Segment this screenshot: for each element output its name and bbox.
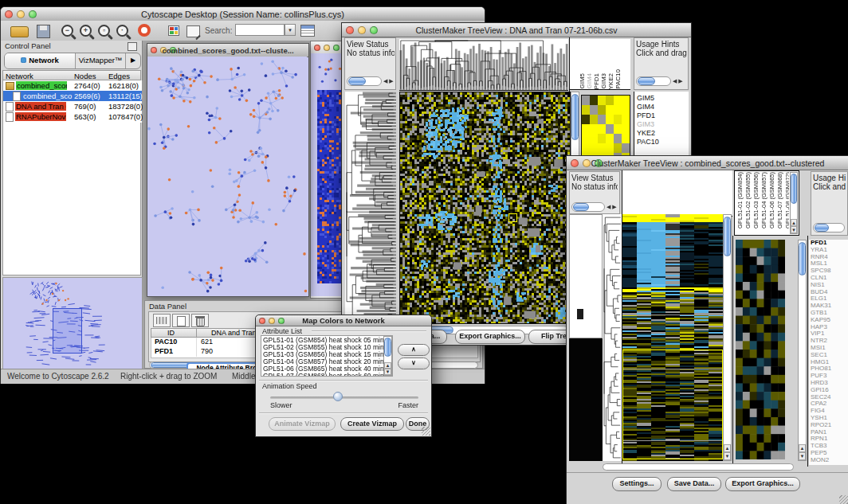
tv2-export-graphics-button[interactable]: Export Graphics... <box>725 477 800 491</box>
tv2-gene-label[interactable]: MON2 <box>811 457 848 464</box>
tv1-column-label[interactable]: GIM3 <box>600 73 607 89</box>
tv1-column-label[interactable]: GIM5 <box>579 73 586 89</box>
network-row[interactable]: combined_scores2764(0)16218(0) <box>3 80 142 91</box>
save-icon[interactable] <box>37 25 50 38</box>
search-dropdown-icon[interactable]: ▼ <box>285 24 296 36</box>
tv1-titlebar[interactable]: ClusterMaker TreeView : DNA and Tran 07-… <box>342 23 691 37</box>
frame1-titlebar[interactable]: combined_scores_good.txt--cluste... <box>147 44 308 57</box>
status-pan-hint: Middle- <box>232 372 258 381</box>
network-name[interactable]: DNA and Tran 07 <box>15 102 66 111</box>
zoom-selected-icon[interactable]: ▫ <box>98 25 110 37</box>
tv2-column-label[interactable]: GPL51-08 (GSM872) <box>784 172 789 229</box>
tv2-titlebar[interactable]: ClusterMaker TreeView : combined_scores_… <box>567 156 848 170</box>
tv2-collabels-vscrollbar[interactable]: ▲ ▼ <box>790 172 798 234</box>
scroll-left-right-arrows[interactable]: ◀ ▶ <box>607 204 617 210</box>
attribute-list-vscrollbar[interactable]: ▲ ▼ <box>383 336 392 376</box>
zoom-out-icon[interactable]: − <box>61 25 73 37</box>
tv2-zoom-heatmap[interactable] <box>736 240 785 459</box>
tv2-vscrollbar[interactable]: ▲ ▼ <box>723 214 732 461</box>
speed-slider-track[interactable] <box>270 397 418 399</box>
tab-vizmapper[interactable]: VizMapper™ <box>76 53 126 68</box>
status-welcome: Welcome to Cytoscape 2.6.2 <box>7 372 109 381</box>
network-list-empty-area[interactable] <box>2 123 141 275</box>
tv1-export-graphics-button[interactable]: Export Graphics... <box>455 330 525 344</box>
tv2-heatmap[interactable] <box>622 214 723 461</box>
resize-grip[interactable] <box>422 427 430 436</box>
tv1-row-label[interactable]: GIM5 <box>634 94 689 103</box>
dialog-titlebar[interactable]: Map Colors to Network <box>256 315 431 326</box>
tv2-save-data-button[interactable]: Save Data... <box>667 477 721 491</box>
attribute-listbox[interactable]: GPL51-01 (GSM854) heat shock 05 minGPL51… <box>261 335 393 377</box>
network-name[interactable]: combined_scores <box>16 81 67 90</box>
new-attribute-icon[interactable] <box>172 314 190 327</box>
tv2-column-label[interactable]: GPL51-01 (GSM854) <box>736 172 744 229</box>
scroll-left-right-arrows[interactable]: ◀ ▶ <box>383 78 394 84</box>
tv1-zoom-heatmap[interactable] <box>581 95 630 163</box>
tv1-column-label[interactable]: GIM4 <box>586 73 593 89</box>
tv1-heatmap[interactable] <box>399 92 571 324</box>
attribute-table-icon[interactable] <box>300 25 315 37</box>
tv1-column-label[interactable]: PFD1 <box>593 73 600 89</box>
tv2-row-dendrogram[interactable] <box>603 214 622 461</box>
view-status-hscrollbar[interactable] <box>571 202 605 212</box>
float-panel-icon[interactable] <box>128 42 137 51</box>
usage-hints-text: Click and drag tc <box>636 49 687 57</box>
move-down-button[interactable]: ∨ <box>398 357 430 369</box>
tv2-settings-button[interactable]: Settings... <box>612 477 662 491</box>
scroll-left-right-arrows[interactable]: ◀ ▶ <box>673 78 683 84</box>
tv2-column-label[interactable]: GPL51-07 (GSM868) <box>776 172 783 229</box>
network-row[interactable]: DNA and Tran 07769(0)183728(0) <box>3 101 142 111</box>
table-icon[interactable] <box>153 314 171 327</box>
tv2-column-dendrogram-area[interactable] <box>622 170 732 217</box>
tv1-row-label[interactable]: PAC10 <box>634 138 689 147</box>
network-view-canvas-1[interactable] <box>147 57 307 295</box>
tv2-column-label[interactable]: GPL51-04 (GSM857) <box>760 172 768 229</box>
zoom-in-icon[interactable]: + <box>80 25 92 37</box>
move-up-button[interactable]: ∧ <box>398 344 430 356</box>
tv1-column-label[interactable]: PAC10 <box>614 69 622 89</box>
resize-grip[interactable] <box>839 495 848 504</box>
minimize-icon[interactable] <box>324 45 330 51</box>
network-name[interactable]: RNAPuberNov2+ <box>15 112 66 121</box>
zoom-fit-icon[interactable]: · <box>116 25 128 37</box>
tv2-global-dendrogram-view[interactable] <box>569 214 603 338</box>
tv1-column-dendrogram[interactable] <box>399 39 568 91</box>
tv1-column-label[interactable]: YKE2 <box>607 73 614 89</box>
tv1-row-label[interactable]: PFD1 <box>634 111 689 120</box>
tv2-column-label[interactable]: GPL51-06 (GSM865) <box>768 172 775 229</box>
network-overview-thumbnail[interactable] <box>2 277 143 369</box>
usage-hints-hscrollbar[interactable] <box>813 223 845 232</box>
zoom-window-icon[interactable] <box>333 45 340 51</box>
search-input[interactable] <box>235 24 285 36</box>
attribute-item[interactable]: GPL51-07 (GSM868) heat shock 60 min <box>263 373 383 377</box>
network-row[interactable]: RNAPuberNov2+563(0)107847(0) <box>3 111 142 122</box>
speed-slider-thumb[interactable] <box>333 392 343 401</box>
tv2-global-heatmap-view[interactable] <box>569 338 603 461</box>
tv2-column-label[interactable]: GPL51-03 (GSM856) <box>752 172 760 229</box>
usage-hints-hscrollbar[interactable] <box>636 76 671 86</box>
tv2-hscrollbar[interactable] <box>603 463 794 471</box>
tv2-genelist-vscrollbar[interactable]: ▲ ▼ <box>798 240 807 461</box>
main-titlebar[interactable]: Cytoscape Desktop (Session Name: collins… <box>1 7 485 21</box>
delete-attribute-trash-icon[interactable] <box>191 314 209 327</box>
tab-network[interactable]: Network <box>5 53 76 68</box>
tv1-row-dendrogram[interactable] <box>345 92 396 322</box>
vizmapper-icon[interactable] <box>168 25 179 36</box>
animate-vizmap-button[interactable]: Animate Vizmap <box>269 417 336 431</box>
data-col-id[interactable]: ID <box>167 329 175 338</box>
network-frame-1[interactable]: combined_scores_good.txt--cluste... <box>147 43 309 297</box>
tv1-row-label[interactable]: GIM3 <box>634 120 689 129</box>
close-icon[interactable] <box>314 45 320 51</box>
tv2-column-label[interactable]: GPL51-02 (GSM855) <box>744 172 752 229</box>
create-vizmap-button[interactable]: Create Vizmap <box>340 417 404 431</box>
view-status-hscrollbar[interactable] <box>347 76 382 86</box>
tab-overflow-arrow[interactable]: ▶ <box>126 53 140 68</box>
tv1-row-label[interactable]: GIM4 <box>634 103 689 111</box>
tv1-row-label[interactable]: YKE2 <box>634 129 689 138</box>
annotation-icon[interactable] <box>186 25 200 37</box>
network-view-canvas-2[interactable] <box>311 53 344 296</box>
open-file-icon[interactable] <box>10 26 29 37</box>
network-row[interactable]: combined_sco2569(6)13112(15) <box>3 91 142 101</box>
network-name[interactable]: combined_sco <box>22 92 73 100</box>
help-lifesaver-icon[interactable] <box>138 24 151 37</box>
